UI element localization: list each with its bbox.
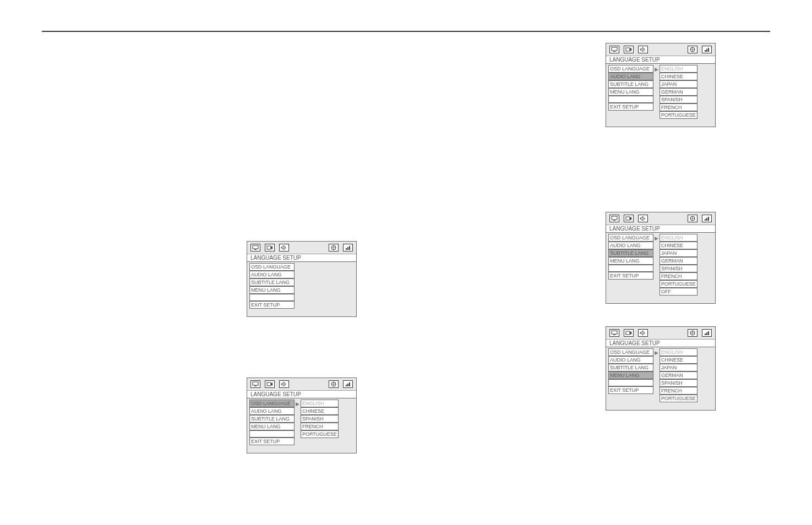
monitor-icon[interactable]: [250, 380, 260, 388]
language-setup-panel-osd: LANGUAGE SETUPOSD LANGUAGEAUDIO LANGSUBT…: [247, 378, 357, 453]
option-japan[interactable]: JAPAN: [660, 249, 697, 257]
option-portuguese[interactable]: PORTUGUESE: [301, 430, 339, 438]
bars-icon[interactable]: [343, 244, 353, 251]
option-chinese[interactable]: CHINESE: [660, 356, 697, 364]
menu-item-exit-setup[interactable]: EXIT SETUP: [608, 386, 653, 394]
bars-icon[interactable]: [702, 329, 712, 337]
video-icon[interactable]: [265, 380, 275, 388]
option-spanish[interactable]: SPANISH: [660, 265, 697, 272]
language-setup-panel-menu: LANGUAGE SETUPOSD LANGUAGEAUDIO LANGSUBT…: [606, 326, 716, 411]
globe-icon[interactable]: [329, 244, 339, 251]
monitor-icon[interactable]: [609, 46, 619, 53]
divider: [42, 31, 770, 32]
menu-item-empty: [249, 294, 295, 301]
option-french[interactable]: FRENCH: [301, 423, 339, 430]
menu-item-menu-lang[interactable]: MENU LANG: [608, 88, 653, 96]
speaker-icon[interactable]: [638, 329, 648, 337]
option-german[interactable]: GERMAN: [660, 371, 697, 379]
menu-item-subtitle-lang[interactable]: SUBTITLE LANG: [608, 80, 653, 88]
speaker-icon[interactable]: [279, 380, 289, 388]
svg-rect-15: [613, 51, 615, 52]
panel-title: LANGUAGE SETUP: [606, 339, 715, 347]
bars-icon[interactable]: [702, 215, 712, 222]
option-chinese[interactable]: CHINESE: [660, 73, 697, 80]
menu-item-subtitle-lang[interactable]: SUBTITLE LANG: [608, 249, 653, 257]
menu-item-empty: [608, 265, 653, 272]
monitor-icon[interactable]: [609, 215, 619, 222]
menu-item-osd-language[interactable]: OSD LANGUAGE: [608, 348, 653, 356]
option-german[interactable]: GERMAN: [660, 257, 697, 265]
globe-icon[interactable]: [688, 329, 697, 337]
arrow-icon: ▶: [655, 66, 658, 73]
option-portuguese[interactable]: PORTUGUESE: [660, 395, 697, 402]
menu-item-exit-setup[interactable]: EXIT SETUP: [249, 301, 295, 309]
menu-item-menu-lang[interactable]: MENU LANG: [249, 423, 295, 430]
option-portuguese[interactable]: PORTUGUESE: [660, 280, 697, 288]
option-spanish[interactable]: SPANISH: [301, 415, 339, 423]
option-german[interactable]: GERMAN: [660, 88, 697, 96]
option-french[interactable]: FRENCH: [660, 272, 697, 280]
video-icon[interactable]: [624, 329, 634, 337]
menu-item-audio-lang[interactable]: AUDIO LANG: [608, 242, 653, 249]
globe-icon[interactable]: [688, 46, 697, 53]
svg-rect-26: [706, 218, 707, 221]
menu-item-osd-language[interactable]: OSD LANGUAGE: [608, 234, 653, 242]
monitor-icon[interactable]: [250, 244, 260, 251]
menu-item-osd-language[interactable]: OSD LANGUAGE: [249, 263, 295, 271]
option-french[interactable]: FRENCH: [660, 387, 697, 395]
option-english[interactable]: ENGLISH: [660, 234, 697, 242]
bars-icon[interactable]: [343, 380, 353, 388]
arrow-icon: ▶: [296, 401, 299, 407]
video-icon[interactable]: [624, 215, 634, 222]
arrow-icon: ▶: [655, 235, 658, 242]
menu-item-osd-language[interactable]: OSD LANGUAGE: [608, 65, 653, 73]
svg-rect-8: [254, 386, 257, 386]
menu-item-audio-lang[interactable]: AUDIO LANG: [608, 356, 653, 364]
bars-icon[interactable]: [702, 46, 712, 53]
menu-item-subtitle-lang[interactable]: SUBTITLE LANG: [608, 364, 653, 371]
svg-rect-18: [705, 50, 706, 52]
option-french[interactable]: FRENCH: [660, 103, 697, 111]
option-portuguese[interactable]: PORTUGUESE: [660, 111, 697, 119]
option-japan[interactable]: JAPAN: [660, 364, 697, 371]
option-off[interactable]: OFF: [660, 288, 697, 296]
svg-rect-25: [705, 219, 706, 221]
menu-item-subtitle-lang[interactable]: SUBTITLE LANG: [249, 415, 295, 423]
option-spanish[interactable]: SPANISH: [660, 96, 697, 103]
menu-item-exit-setup[interactable]: EXIT SETUP: [249, 438, 295, 445]
menu-item-menu-lang[interactable]: MENU LANG: [249, 286, 295, 294]
svg-rect-12: [347, 384, 348, 386]
speaker-icon[interactable]: [638, 215, 648, 222]
option-spanish[interactable]: SPANISH: [660, 379, 697, 387]
option-english[interactable]: ENGLISH: [660, 348, 697, 356]
menu-item-audio-lang[interactable]: AUDIO LANG: [249, 271, 295, 278]
menu-item-menu-lang[interactable]: MENU LANG: [608, 257, 653, 265]
svg-rect-33: [706, 332, 707, 335]
speaker-icon[interactable]: [638, 46, 648, 53]
menu-item-subtitle-lang[interactable]: SUBTITLE LANG: [249, 278, 295, 286]
menu-item-exit-setup[interactable]: EXIT SETUP: [608, 272, 653, 280]
language-setup-panel: LANGUAGE SETUPOSD LANGUAGEAUDIO LANGSUBT…: [247, 241, 357, 317]
speaker-icon[interactable]: [279, 244, 289, 251]
language-setup-panel-subtitle: LANGUAGE SETUPOSD LANGUAGEAUDIO LANGSUBT…: [606, 212, 716, 304]
option-english[interactable]: ENGLISH: [301, 400, 339, 407]
monitor-icon[interactable]: [609, 329, 619, 337]
menu-item-menu-lang[interactable]: MENU LANG: [608, 371, 653, 379]
option-japan[interactable]: JAPAN: [660, 80, 697, 88]
menu-item-audio-lang[interactable]: AUDIO LANG: [608, 73, 653, 80]
svg-rect-7: [253, 382, 258, 385]
option-chinese[interactable]: CHINESE: [301, 407, 339, 415]
globe-icon[interactable]: [329, 380, 339, 388]
globe-icon[interactable]: [688, 215, 697, 222]
svg-rect-32: [705, 333, 706, 335]
menu-item-audio-lang[interactable]: AUDIO LANG: [249, 407, 295, 415]
video-icon[interactable]: [624, 46, 634, 53]
option-chinese[interactable]: CHINESE: [660, 242, 697, 249]
menu-item-exit-setup[interactable]: EXIT SETUP: [608, 103, 653, 111]
menu-item-osd-language[interactable]: OSD LANGUAGE: [249, 400, 295, 407]
video-icon[interactable]: [265, 244, 275, 251]
option-english[interactable]: ENGLISH: [660, 65, 697, 73]
svg-rect-5: [347, 247, 348, 250]
arrow-icon: ▶: [655, 349, 658, 356]
icon-bar: [247, 378, 356, 390]
